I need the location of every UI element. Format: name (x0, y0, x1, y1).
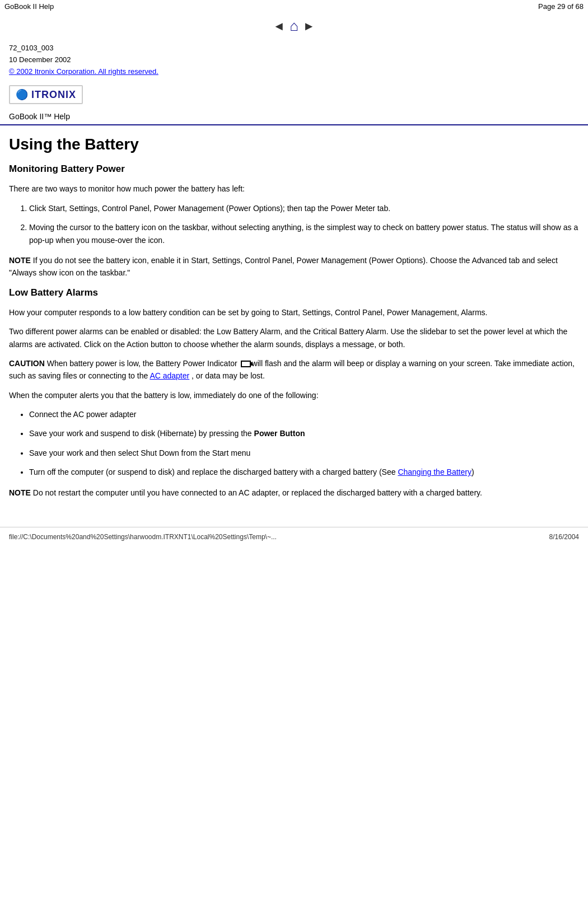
note1-label: NOTE (9, 256, 31, 265)
caution-block: CAUTION When battery power is low, the B… (9, 357, 579, 382)
list-item-1: Click Start, Settings, Control Panel, Po… (29, 202, 579, 214)
bullet-item-2: Save your work and suspend to disk (Hibe… (29, 427, 579, 440)
page-info: Page 29 of 68 (538, 2, 584, 11)
doc-id: 72_0103_003 (9, 43, 579, 54)
caution-label: CAUTION (9, 359, 45, 368)
section1-note: NOTE If you do not see the battery icon,… (9, 254, 579, 279)
list-item-2: Moving the cursor to the battery icon on… (29, 221, 579, 246)
logo-area: 🔵 ITRONIX (0, 80, 588, 106)
bullet-item-3: Save your work and then select Shut Down… (29, 447, 579, 459)
section2-para3: When the computer alerts you that the ba… (9, 389, 579, 401)
section1-intro: There are two ways to monitor how much p… (9, 183, 579, 195)
ac-adapter-link[interactable]: AC adapter (150, 371, 189, 380)
bullet-item-4: Turn off the computer (or suspend to dis… (29, 466, 579, 478)
header-title-bar: GoBook II™ Help (0, 109, 588, 125)
footer-bar: file://C:\Documents%20and%20Settings\har… (0, 527, 588, 546)
bullet4-text: Turn off the computer (or suspend to dis… (29, 467, 398, 476)
section2-note: NOTE Do not restart the computer until y… (9, 487, 579, 499)
bullet-item-1: Connect the AC power adapter (29, 408, 579, 420)
power-button-label: Power Button (254, 429, 305, 438)
header-title-text: GoBook II™ Help (9, 112, 70, 121)
section2-title: Low Battery Alarms (9, 287, 579, 298)
main-content: Using the Battery Monitoring Battery Pow… (0, 131, 588, 516)
section1-title: Monitoring Battery Power (9, 163, 579, 175)
bullet2-text: Save your work and suspend to disk (Hibe… (29, 429, 254, 438)
nav-icons: ◄ ⌂ ► (0, 13, 588, 38)
note2-label: NOTE (9, 488, 31, 497)
section1-list: Click Start, Settings, Control Panel, Po… (29, 202, 579, 246)
doc-date: 10 December 2002 (9, 54, 579, 66)
section2-para2: Two different power alarms can be enable… (9, 325, 579, 350)
copyright-link[interactable]: © 2002 Itronix Corporation. All rights r… (9, 67, 158, 76)
page-title: Using the Battery (9, 135, 579, 153)
battery-indicator-icon (241, 361, 251, 367)
caution-text3: , or data may be lost. (189, 371, 265, 380)
meta-info: 72_0103_003 10 December 2002 © 2002 Itro… (0, 38, 588, 80)
changing-battery-link[interactable]: Changing the Battery (398, 467, 472, 476)
footer-path: file://C:\Documents%20and%20Settings\har… (9, 533, 277, 541)
top-bar: GoBook II Help Page 29 of 68 (0, 0, 588, 13)
bullet-list: Connect the AC power adapter Save your w… (29, 408, 579, 479)
caution-text1: When battery power is low, the Battery P… (45, 359, 240, 368)
bullet4-end: ) (472, 467, 474, 476)
itronix-logo-icon: 🔵 (16, 88, 28, 101)
footer-date: 8/16/2004 (549, 533, 579, 541)
note2-text: Do not restart the computer until you ha… (31, 488, 482, 497)
forward-button[interactable]: ► (303, 19, 315, 34)
app-title: GoBook II Help (4, 2, 54, 11)
note1-text: If you do not see the battery icon, enab… (9, 256, 558, 277)
logo-box: 🔵 ITRONIX (9, 85, 83, 104)
home-button[interactable]: ⌂ (290, 17, 298, 35)
section2-para1: How your computer responds to a low batt… (9, 306, 579, 319)
back-button[interactable]: ◄ (273, 19, 285, 34)
itronix-logo-text: ITRONIX (31, 89, 76, 101)
